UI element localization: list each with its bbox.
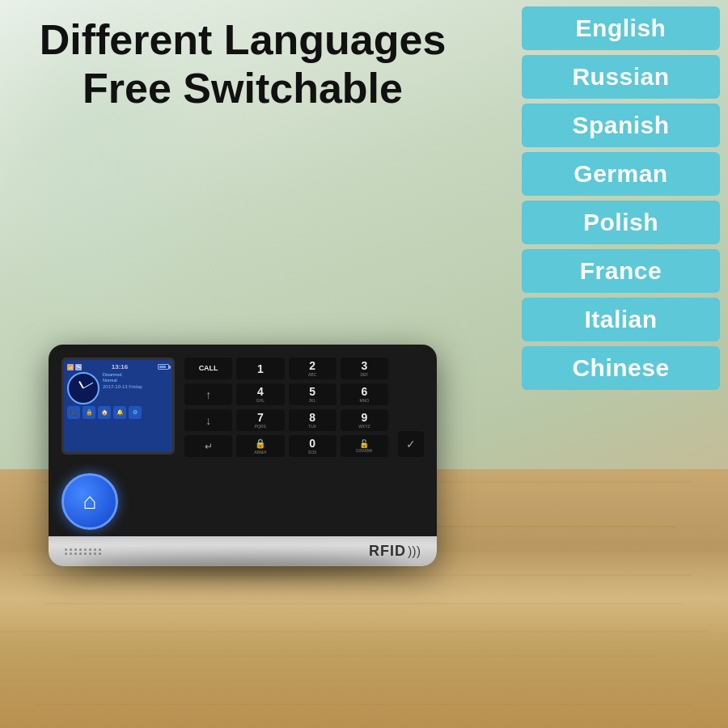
lcd-bottom-icons: 📞 🔒 🏠 🔔 ⚙	[67, 406, 169, 419]
speaker-dot	[94, 548, 96, 551]
language-list: EnglishRussianSpanishGermanPolishFranceI…	[514, 0, 728, 396]
lcd-header: 📶 📡 13:16	[67, 363, 169, 370]
panel-top: 📶 📡 13:16	[61, 358, 424, 457]
speaker-dot	[79, 552, 82, 555]
lcd-status-row: Disarmed	[103, 372, 169, 377]
lang-button-france[interactable]: France	[522, 249, 720, 293]
key-5[interactable]: 5 JKL	[289, 383, 336, 405]
key-4[interactable]: 4 GHL	[236, 383, 284, 405]
device-wrapper: 📶 📡 13:16	[16, 345, 469, 566]
key-1[interactable]: 1	[236, 358, 284, 379]
title-area: Different Languages Free Switchable	[16, 16, 469, 113]
lang-button-italian[interactable]: Italian	[522, 298, 720, 341]
lang-button-german[interactable]: German	[522, 152, 720, 196]
lang-button-english[interactable]: English	[522, 6, 720, 50]
signal-icon: 📡	[75, 364, 82, 370]
page-title: Different Languages Free Switchable	[16, 16, 469, 113]
speaker-dot	[70, 552, 72, 555]
keypad-grid: CALL 1 2 ABC 3 DEF	[184, 358, 388, 457]
lcd-status-normal: Normal	[103, 378, 117, 383]
speaker-dot	[99, 548, 101, 551]
lcd-call-icon: 📞	[67, 406, 80, 419]
speaker-dot	[74, 552, 77, 555]
lcd-normal-row: Normal	[103, 378, 169, 383]
lcd-battery-fill	[159, 366, 166, 368]
key-2[interactable]: 2 ABC	[289, 358, 336, 379]
key-7[interactable]: 7 PQRS	[236, 409, 284, 431]
lang-button-polish[interactable]: Polish	[522, 201, 720, 244]
speaker-dot	[99, 552, 101, 555]
lcd-settings-icon: ⚙	[129, 406, 142, 419]
key-down-arrow[interactable]: ↓	[184, 409, 232, 431]
title-line2: Free Switchable	[83, 65, 403, 112]
home-button[interactable]: ⌂	[61, 473, 118, 530]
rfid-wave-icon: )))	[408, 544, 421, 559]
lcd-lock-icon: 🔒	[83, 406, 95, 419]
speaker-dot	[84, 552, 87, 555]
home-icon: ⌂	[83, 489, 97, 514]
speaker-dot	[65, 552, 67, 555]
key-check[interactable]: ✓	[398, 431, 424, 457]
lcd-screen: 📶 📡 13:16	[61, 358, 175, 455]
clock-minute-hand	[83, 383, 94, 389]
rfid-label: RFID	[369, 543, 406, 560]
key-8[interactable]: 8 TUV	[289, 409, 336, 431]
speaker-dot	[65, 548, 67, 551]
key-disarm[interactable]: 🔓 DISARM#	[341, 435, 388, 457]
speaker-dot	[89, 552, 91, 555]
lang-button-spanish[interactable]: Spanish	[522, 104, 720, 147]
key-call[interactable]: CALL	[184, 358, 232, 379]
speaker-dot	[84, 548, 87, 551]
lcd-battery	[158, 364, 169, 370]
alarm-panel: 📶 📡 13:16	[49, 345, 437, 566]
key-0[interactable]: 0 SOS	[289, 435, 336, 457]
speaker-dot	[94, 552, 96, 555]
wifi-icon: 📶	[67, 364, 74, 370]
lcd-alarm-icon: 🔔	[113, 406, 126, 419]
lcd-info: Disarmed Normal 2017-10-13 Friday	[103, 372, 169, 404]
lcd-time: 13:16	[112, 363, 128, 370]
key-arm[interactable]: 🔒 ARM/#	[236, 435, 284, 457]
speaker-dot	[74, 548, 77, 551]
panel-bottom-row: ⌂	[61, 467, 424, 536]
key-9[interactable]: 9 WXYZ	[341, 409, 388, 431]
lcd-clock	[67, 372, 99, 404]
lcd-status-disarmed: Disarmed	[103, 372, 122, 377]
lang-button-russian[interactable]: Russian	[522, 55, 720, 99]
lcd-clock-area: Disarmed Normal 2017-10-13 Friday	[67, 372, 169, 404]
key-3[interactable]: 3 DEF	[341, 358, 388, 379]
key-up-arrow[interactable]: ↑	[184, 383, 232, 405]
speaker-dot	[89, 548, 91, 551]
rfid-area: RFID )))	[369, 543, 421, 560]
lang-button-chinese[interactable]: Chinese	[522, 346, 720, 390]
lcd-home-icon: 🏠	[98, 406, 111, 419]
key-enter[interactable]: ↵	[184, 435, 232, 457]
key-6[interactable]: 6 MNO	[341, 383, 388, 405]
device-shadow	[81, 558, 404, 574]
speaker-dot	[79, 548, 82, 551]
lcd-date: 2017-10-13 Friday	[103, 384, 169, 389]
title-line1: Different Languages	[40, 16, 447, 63]
lcd-signal-icons: 📶 📡	[67, 364, 82, 370]
speaker-grille	[65, 548, 102, 555]
speaker-dot	[70, 548, 72, 551]
